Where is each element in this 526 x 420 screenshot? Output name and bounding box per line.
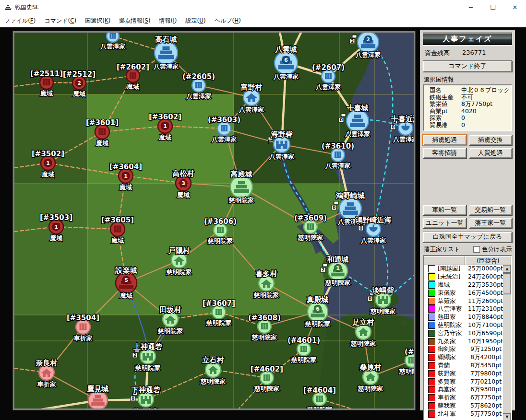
- node-owner-label: 魔域: [177, 191, 190, 198]
- map-area[interactable]: 26221001130015126020 八雲澤家高石城八雲澤家[#2602]魔…: [14, 33, 414, 408]
- node-owner-label: 魔域: [72, 90, 86, 97]
- maximize-button[interactable]: ☐: [482, 0, 504, 14]
- node-name-label: 下神通砦: [131, 385, 160, 394]
- node-name-label: 淡嶋砦: [372, 286, 394, 294]
- menu-k[interactable]: 国選択(K): [81, 15, 115, 26]
- menu-i[interactable]: 情報(I): [155, 15, 181, 26]
- clan-row[interactable]: 御剣家9万1250pt: [424, 346, 503, 354]
- clan-points: 5万7750pt: [470, 410, 502, 418]
- clan-row[interactable]: 熱田家10万8840pt: [424, 313, 503, 321]
- map-node[interactable]: [243, 89, 260, 105]
- clan-row[interactable]: [南越国]25万0000pt: [424, 265, 503, 273]
- node-name-label: 鷹見城: [87, 385, 109, 393]
- node-owner-label: 慈明院家: [135, 364, 161, 372]
- map-node[interactable]: 6: [275, 51, 298, 74]
- svg-text:0: 0: [369, 296, 371, 301]
- node-name-label: 高殿城: [231, 170, 252, 178]
- node-name-label: [#2512]: [63, 70, 96, 79]
- node-name-label: 鴻野崎近海: [355, 216, 392, 224]
- menu-bar: ファイル(F)コマンド(C)国選択(K)拠点情報(S)情報(I)設定(U)ヘルプ…: [0, 14, 526, 27]
- node-name-label: 田坂村: [160, 305, 181, 314]
- clan-color-swatch: [428, 314, 435, 321]
- button-捕虜交換[interactable]: 捕虜交換: [469, 135, 513, 145]
- clan-list-scrollbar[interactable]: ▲ ▼: [503, 265, 511, 420]
- node-owner-label: 八雲澤家: [360, 237, 386, 244]
- button-軍船一覧[interactable]: 軍船一覧: [423, 205, 466, 215]
- node-name-label: (#3608): [248, 314, 281, 322]
- map-node[interactable]: [230, 176, 252, 198]
- map-node[interactable]: [88, 391, 108, 408]
- menu-s[interactable]: 拠点情報(S): [115, 15, 155, 26]
- clan-row[interactable]: 魔域22万3530pt: [424, 281, 503, 289]
- clan-color-swatch: [428, 362, 435, 369]
- color-toggle-checkbox[interactable]: [473, 246, 480, 253]
- clan-row[interactable]: 草薙家11万2600pt: [424, 297, 503, 305]
- clan-row[interactable]: 東儀家16万4500pt: [424, 289, 503, 297]
- clan-name: 熱田家: [438, 313, 466, 321]
- clan-header-color-col[interactable]: [424, 256, 465, 265]
- clan-list[interactable]: (臣従含) [南越国]25万0000pt[未統治]24万2600pt魔域22万3…: [423, 255, 512, 420]
- clan-row[interactable]: 多賀家7万0210pt: [424, 378, 503, 386]
- clan-row[interactable]: 車折家6万7750pt: [424, 394, 503, 402]
- clan-row[interactable]: [未統治]24万2600pt: [424, 273, 503, 281]
- scroll-up-icon[interactable]: ▲: [503, 265, 511, 273]
- node-owner-label: 慈明院家: [370, 308, 396, 315]
- clan-name: 多賀家: [438, 378, 468, 386]
- menu-u[interactable]: 設定(U): [181, 15, 210, 26]
- node-name-label: [#3604]: [109, 163, 142, 171]
- node-name-label: 奈良村: [36, 359, 58, 367]
- minimize-button[interactable]: ─: [460, 0, 482, 14]
- node-name-label: 戸隠村: [168, 246, 190, 255]
- clan-header-points-col[interactable]: (臣従含): [465, 256, 511, 265]
- clan-color-swatch: [428, 346, 435, 353]
- clan-color-swatch: [428, 338, 435, 345]
- clan-color-swatch: [428, 330, 435, 337]
- node-owner-label: 慈明院家: [305, 320, 331, 327]
- node-name-label: 上神通砦: [133, 342, 162, 351]
- menu-c[interactable]: コマンド(C): [40, 15, 81, 26]
- clan-row[interactable]: 八雲澤家11万2310pt: [424, 305, 503, 314]
- menu-h[interactable]: ヘルプ(H): [210, 15, 245, 26]
- node-owner-label: 慈明院家: [166, 268, 192, 276]
- command-end-button[interactable]: コマンド終了: [423, 60, 512, 72]
- clan-row[interactable]: 九条家10万1950pt: [424, 338, 503, 346]
- clan-row[interactable]: 荻野家7万9800pt: [424, 370, 503, 378]
- scroll-down-icon[interactable]: ▼: [503, 413, 511, 420]
- clan-row[interactable]: 慈明院家10万7100pt: [424, 321, 503, 329]
- close-button[interactable]: ✕: [504, 0, 526, 14]
- back-to-map-button[interactable]: 白珠国全土マップに戻る: [423, 232, 512, 243]
- list-buttons: 軍船一覧交易船一覧ユニット一覧藩王家一覧: [423, 205, 512, 228]
- clan-row[interactable]: 北斗軍5万7750pt: [424, 410, 503, 418]
- clan-row[interactable]: 纐纈家8万4200pt: [424, 353, 503, 362]
- node-name-label: 足立村: [352, 318, 374, 327]
- clan-name: 蘇我家: [438, 402, 468, 410]
- sidebar: 人事フェイズ 資金残高 236771 コマンド終了 選択国情報 国名中北０６ブロ…: [420, 30, 515, 410]
- button-人質処遇[interactable]: 人質処遇: [469, 148, 513, 158]
- strategy-map[interactable]: 26221001130015126020 八雲澤家高石城八雲澤家[#2602]魔…: [14, 33, 414, 408]
- app-icon: [4, 3, 12, 11]
- clan-row[interactable]: 蘇我家5万8620pt: [424, 402, 503, 410]
- clan-points: 7万0210pt: [470, 378, 502, 386]
- map-node[interactable]: [107, 33, 119, 42]
- clan-points: 8万3450pt: [470, 362, 502, 370]
- clan-color-swatch: [428, 378, 435, 385]
- button-藩王家一覧[interactable]: 藩王家一覧: [469, 218, 513, 228]
- button-ユニット一覧[interactable]: ユニット一覧: [423, 218, 466, 228]
- map-node[interactable]: 6: [308, 302, 328, 322]
- clan-row[interactable]: 青蘭8万3450pt: [424, 362, 503, 370]
- node-name-label: 鴻野崎城: [335, 191, 365, 200]
- clan-name: 纐纈家: [438, 353, 468, 362]
- node-name-label: 八雲城: [275, 45, 297, 54]
- menu-f[interactable]: ファイル(F): [0, 15, 40, 26]
- scroll-thumb[interactable]: [503, 273, 511, 294]
- map-node[interactable]: [155, 41, 178, 64]
- node-name-label: 立石村: [202, 356, 224, 364]
- button-捕虜処遇[interactable]: 捕虜処遇: [423, 135, 466, 145]
- map-node[interactable]: 5: [116, 272, 137, 293]
- title-bar[interactable]: 戦国史SE ─ ☐ ✕: [0, 0, 526, 15]
- clan-row[interactable]: 真堂家6万9300pt: [424, 386, 503, 394]
- clan-row[interactable]: 宮乃守家10万6590pt: [424, 329, 503, 338]
- button-客将招請[interactable]: 客将招請: [423, 148, 466, 158]
- button-交易船一覧[interactable]: 交易船一覧: [469, 205, 513, 215]
- node-name-label: 海野砦: [271, 130, 293, 139]
